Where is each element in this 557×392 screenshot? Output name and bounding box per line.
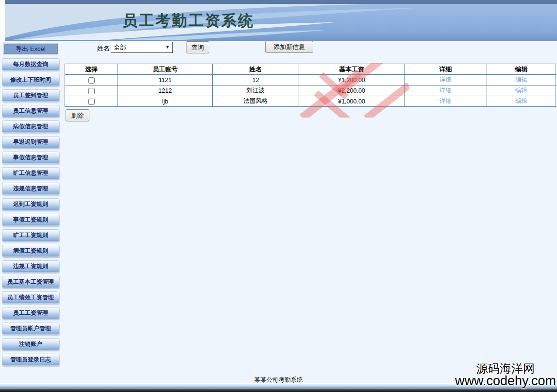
row-salary: ¥2,200.00: [299, 85, 405, 96]
banner-swoosh-art: [5, 4, 557, 41]
add-new-info-button[interactable]: 添加新信息: [265, 41, 313, 53]
site-watermark-name: 源码海洋网: [455, 363, 556, 375]
sidebar-item-14[interactable]: 员工基本工资管理: [2, 276, 59, 288]
detail-link[interactable]: 详细: [439, 98, 452, 104]
name-filter-selected-value: 全部: [114, 44, 126, 51]
header: 员工考勤工资系统: [0, 0, 557, 42]
sidebar-item-13[interactable]: 违规工资规则: [2, 260, 59, 273]
table-body: 112112¥1,200.00详细编辑1212刘江波¥2,200.00详细编辑l…: [65, 75, 556, 107]
edit-link[interactable]: 编辑: [515, 76, 527, 83]
column-header-5: 编辑: [487, 64, 556, 75]
search-button[interactable]: 查询: [186, 41, 209, 53]
page: 员工考勤工资系统 导出 Excel 每月数据查询修改上下班时间员工签到管理员工信…: [0, 0, 557, 392]
column-header-2: 姓名: [213, 64, 299, 75]
row-name: 刘江波: [213, 85, 299, 96]
row-salary: ¥1,000.00: [299, 96, 405, 107]
sidebar-item-17[interactable]: 管理员帐户管理: [2, 323, 59, 335]
sidebar-item-18[interactable]: 注销账户: [2, 338, 59, 350]
sidebar-item-3[interactable]: 员工信息管理: [2, 105, 59, 117]
column-header-4: 详细: [405, 64, 487, 75]
sidebar-item-15[interactable]: 员工绩效工资管理: [2, 291, 59, 304]
sidebar-item-19[interactable]: 管理员登录日志: [2, 354, 59, 366]
sidebar-nav: 每月数据查询修改上下班时间员工签到管理员工信息管理病假信息管理早退迟到管理事假信…: [2, 58, 59, 369]
sidebar-item-16[interactable]: 员工工资管理: [2, 307, 59, 319]
table-header-row: 选择员工账号姓名基本工资详细编辑: [65, 64, 556, 75]
table-row-1: 1212刘江波¥2,200.00详细编辑: [65, 85, 556, 96]
top-bar: [5, 0, 557, 4]
page-title: 员工考勤工资系统: [111, 11, 266, 31]
export-excel-button[interactable]: 导出 Excel: [3, 43, 58, 54]
column-header-3: 基本工资: [299, 64, 405, 75]
row-checkbox[interactable]: [88, 77, 95, 84]
footer-dark-bar: [0, 389, 557, 392]
employee-table: 选择员工账号姓名基本工资详细编辑 112112¥1,200.00详细编辑1212…: [65, 64, 556, 107]
sidebar-item-5[interactable]: 早退迟到管理: [2, 136, 59, 148]
sidebar-item-8[interactable]: 违规信息管理: [2, 183, 59, 195]
sidebar-item-1[interactable]: 修改上下班时间: [2, 74, 59, 86]
edit-link[interactable]: 编辑: [515, 98, 527, 104]
row-name: 法国风格: [213, 96, 299, 107]
delete-button[interactable]: 删除: [66, 109, 89, 121]
sidebar-item-10[interactable]: 事假工资规则: [2, 214, 59, 226]
chevron-down-icon: ▼: [165, 44, 170, 50]
name-filter-select[interactable]: 全部 ▼: [111, 42, 173, 53]
edit-link[interactable]: 编辑: [515, 87, 527, 94]
sidebar-item-6[interactable]: 事假信息管理: [2, 152, 59, 164]
row-name: 12: [213, 75, 299, 85]
sidebar-item-12[interactable]: 病假工资规则: [2, 245, 59, 257]
table-row-2: ljb法国风格¥1,000.00详细编辑: [65, 96, 556, 107]
sidebar-item-11[interactable]: 旷工工资规则: [2, 229, 59, 241]
banner-graphic: [5, 4, 557, 41]
column-header-0: 选择: [65, 64, 118, 75]
sidebar-item-9[interactable]: 迟到工资规则: [2, 198, 59, 210]
detail-link[interactable]: 详细: [439, 76, 452, 83]
column-header-1: 员工账号: [118, 64, 213, 75]
row-account: 1121: [118, 75, 213, 85]
row-salary: ¥1,200.00: [299, 75, 405, 85]
detail-link[interactable]: 详细: [439, 87, 452, 94]
sidebar-item-0[interactable]: 每月数据查询: [2, 58, 59, 70]
row-checkbox[interactable]: [88, 88, 95, 94]
table-row-0: 112112¥1,200.00详细编辑: [65, 75, 556, 85]
row-checkbox[interactable]: [88, 99, 95, 105]
sidebar-item-4[interactable]: 病假信息管理: [2, 120, 59, 133]
sidebar-item-7[interactable]: 旷工信息管理: [2, 167, 59, 179]
row-account: 1212: [118, 85, 213, 96]
name-filter-label: 姓名: [97, 44, 110, 53]
sidebar-item-2[interactable]: 员工签到管理: [2, 89, 59, 102]
row-account: ljb: [118, 96, 213, 107]
